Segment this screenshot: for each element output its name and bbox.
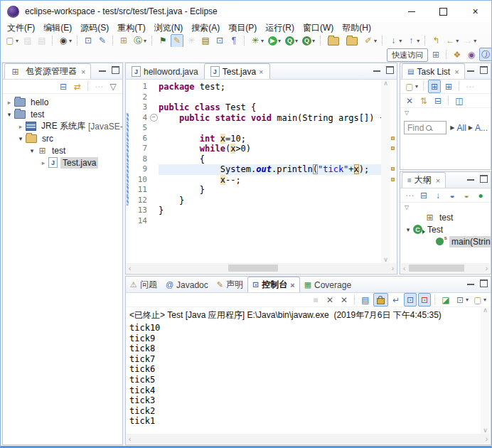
right-sash[interactable] [397, 63, 400, 274]
outline-item-main-string-[interactable]: smain(String[]) [400, 235, 491, 247]
java-perspective-icon[interactable]: Ⓙ [479, 48, 492, 61]
coverage-icon[interactable]: Q▾ [284, 34, 299, 48]
outline-item-test[interactable]: ⊞test [400, 211, 491, 223]
display-console-icon[interactable]: ⊡▾ [454, 293, 470, 306]
view-menu-icon[interactable]: ▽ [107, 80, 119, 93]
menu-item-6[interactable]: 搜索(A) [187, 22, 224, 34]
minimize-editor-icon[interactable] [373, 68, 380, 72]
hide-non-public-icon[interactable]: ● [474, 188, 487, 202]
open-console-icon[interactable]: ▢▾ [471, 293, 488, 306]
scroll-right-icon[interactable]: › [486, 435, 488, 443]
prev-annotation-icon[interactable]: ↑▾ [405, 34, 421, 48]
filter-icon[interactable]: ⋯ [464, 80, 476, 93]
hide-static-icon[interactable]: ◒ [460, 188, 473, 202]
collapse-arrow-icon[interactable]: ▾ [403, 226, 413, 233]
toolbar-overflow-chevron[interactable]: ▽ [400, 203, 491, 211]
hide-fields-icon[interactable]: ◒ [446, 188, 459, 202]
sync-tasks-icon[interactable]: ⇅ [417, 94, 430, 107]
mark-occurrences-icon[interactable]: ✎ [171, 34, 183, 48]
green-circle-icon[interactable]: Ⓖ▾ [132, 34, 148, 48]
outline-hscroll-thumb[interactable] [409, 265, 464, 272]
editor-horizontal-scrollbar[interactable]: ‹ › [127, 263, 396, 273]
maximize-view-icon[interactable] [480, 279, 488, 287]
quick-access-button[interactable]: 快速访问 [387, 48, 428, 62]
left-sash[interactable] [123, 63, 125, 446]
save-icon[interactable]: ▤ [21, 34, 34, 48]
focus-task-icon[interactable]: ⋯ [92, 80, 105, 93]
forward-history-icon[interactable]: →▾ [461, 34, 478, 48]
tab-declaration[interactable]: ✎声明 [213, 277, 247, 292]
categorized-view-icon[interactable]: ⊞ [428, 80, 441, 93]
task-repository-icon[interactable]: ◫ [453, 94, 466, 107]
scroll-right-icon[interactable]: › [392, 265, 394, 272]
terminate-icon[interactable]: ■ [309, 293, 322, 306]
remove-all-launches-icon[interactable]: ✕ [338, 293, 351, 306]
tab-package-explorer[interactable]: ⊞ 包资源管理器 × [4, 63, 91, 79]
word-wrap-icon[interactable]: ↵ [390, 293, 402, 306]
console-horizontal-scrollbar[interactable]: ‹ › [127, 434, 490, 444]
editor-tab-test-java[interactable]: JTest.java× [204, 63, 270, 79]
tree-item-test-java[interactable]: ▸JTest.java [3, 156, 122, 169]
maximize-button[interactable] [427, 1, 459, 22]
menu-item-4[interactable]: 重构(T) [113, 22, 149, 34]
tree-item-test[interactable]: ▾⊞test [3, 144, 122, 156]
show-stdout-icon[interactable]: ⊡ [404, 293, 417, 306]
filter-all-link[interactable]: All [456, 123, 466, 133]
scroll-up-icon[interactable]: ∧ [483, 306, 488, 314]
expand-arrow-icon[interactable]: ▸ [38, 159, 48, 166]
clear-console-icon[interactable]: ▤ [359, 293, 372, 306]
scheduled-view-icon[interactable]: ⊞ [442, 80, 455, 93]
collapse-all-icon[interactable]: ⊟ [417, 188, 430, 202]
lexical-sort-icon[interactable]: ↓ [432, 188, 444, 202]
import-folder-icon[interactable] [343, 34, 360, 48]
tab-javadoc[interactable]: @Javadoc [161, 277, 213, 292]
code-editor-area[interactable]: 1package test;23public class Test {4− pu… [127, 80, 396, 263]
run-icon[interactable]: ▶▾ [267, 34, 282, 48]
profile-icon[interactable]: Q▾ [301, 34, 316, 48]
tree-item-src[interactable]: ▾src [3, 132, 122, 144]
minimize-view-icon[interactable] [467, 177, 474, 181]
show-whitespace-icon[interactable]: ¶ [228, 34, 240, 48]
scroll-left-icon[interactable]: ‹ [129, 435, 131, 443]
maximize-view-icon[interactable] [480, 66, 488, 74]
menu-item-9[interactable]: 窗口(W) [299, 22, 338, 34]
menu-item-8[interactable]: 运行(R) [261, 22, 299, 34]
minimize-view-icon[interactable] [467, 68, 474, 72]
content-assist-icon[interactable]: ✳ [185, 34, 198, 48]
externalize-strings-icon[interactable]: ▤ [199, 34, 212, 48]
deactivate-task-icon[interactable]: ✕ [403, 94, 416, 107]
minimize-view-icon[interactable] [467, 282, 474, 285]
tab-problems[interactable]: ⚠问题 [126, 277, 161, 292]
console-vertical-scrollbar[interactable]: ∧ ∨ [481, 306, 490, 434]
editor-hscroll-thumb[interactable] [228, 265, 278, 272]
collapse-arrow-icon[interactable]: ▾ [4, 111, 14, 118]
console-view-icon[interactable]: ⊡ [82, 34, 95, 48]
new-java-project-icon[interactable]: ⊞ [117, 34, 130, 48]
console-body[interactable]: <已终止> Test [Java 应用程序] E:\Java\bin\javaw… [127, 306, 481, 434]
open-type-icon[interactable]: ⚑ [156, 34, 169, 48]
maximize-editor-icon[interactable] [386, 66, 394, 74]
scroll-left-icon[interactable]: ‹ [129, 265, 131, 272]
perspective-resource-icon[interactable]: ❖ [451, 48, 464, 61]
pin-console-icon[interactable]: ◪ [439, 293, 452, 306]
link-editor-icon[interactable]: ⇄ [71, 80, 84, 93]
open-folder-icon[interactable] [325, 34, 342, 48]
debug-icon[interactable]: ✳▾ [249, 34, 265, 48]
collapse-region-icon[interactable]: − [150, 114, 158, 122]
close-button[interactable]: × [459, 1, 491, 22]
expand-arrow-icon[interactable]: ▸ [4, 99, 14, 106]
menu-item-7[interactable]: 项目(P) [224, 22, 261, 34]
open-perspective-icon[interactable]: ⊞ [429, 48, 442, 61]
minimize-view-icon[interactable] [99, 68, 106, 72]
editor-tab-helloword-java[interactable]: Jhelloword.java [126, 64, 204, 79]
bottom-sash[interactable] [125, 274, 491, 276]
editor-vertical-scrollbar[interactable]: ∧ ∨ [381, 80, 390, 263]
maximize-view-icon[interactable] [112, 66, 119, 74]
collapse-all-icon[interactable]: ⊟ [57, 80, 70, 93]
remove-launch-icon[interactable]: ✕ [323, 293, 336, 306]
outline-horizontal-scrollbar[interactable]: ‹ › [401, 263, 490, 273]
new-wizard-icon[interactable]: ▢▾ [4, 34, 20, 48]
show-stderr-icon[interactable]: ⊡ [418, 293, 431, 306]
tree-item-jre-[interactable]: ▸JRE 系统库 [JavaSE-1.8] [3, 120, 122, 132]
close-view-icon[interactable]: × [454, 68, 459, 76]
